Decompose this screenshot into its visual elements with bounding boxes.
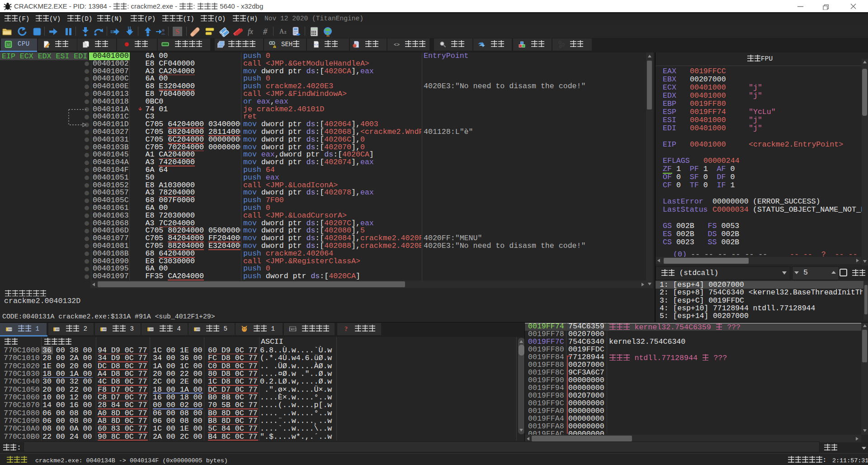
svg-text:<>: <>: [314, 43, 319, 47]
svg-text:#: #: [263, 27, 268, 36]
svg-text:?: ?: [344, 326, 348, 332]
svg-text:<>: <>: [394, 42, 400, 47]
svg-text:32: 32: [7, 43, 10, 46]
svg-text:[x=]: [x=]: [289, 327, 297, 331]
svg-text:S: S: [175, 28, 179, 35]
svg-text:z: z: [284, 29, 287, 34]
svg-text:A: A: [279, 28, 284, 35]
svg-text:fx: fx: [248, 28, 253, 36]
